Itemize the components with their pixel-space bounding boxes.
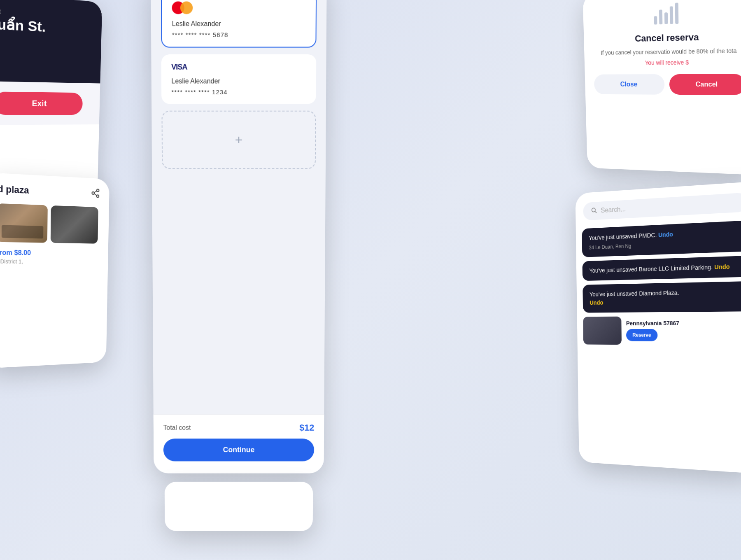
notification-item-1: You've just unsaved PMDC. Undo 34 Le Dua… xyxy=(582,220,741,257)
bar-4 xyxy=(670,6,673,24)
visa-item[interactable]: VISA Leslie Alexander **** **** **** 123… xyxy=(161,54,317,104)
mastercard-holder: Leslie Alexander xyxy=(172,20,306,28)
bar-1 xyxy=(654,16,657,25)
total-area: Total cost $12 Continue xyxy=(154,414,324,473)
cancel-body: If you cancel your reservatio would be 8… xyxy=(584,47,741,56)
notifications-card: Search... You've just unsaved PMDC. Undo… xyxy=(576,181,741,474)
notification-item-2: You've just unsaved Barone LLC Limited P… xyxy=(582,256,741,281)
you-will-receive-text: You will receive $ xyxy=(585,58,741,67)
cancel-icon-area xyxy=(583,0,741,30)
plaza-image-1 xyxy=(0,203,48,243)
payment-methods-list: Leslie Alexander **** **** **** 5678 VIS… xyxy=(151,0,326,414)
close-button[interactable]: Close xyxy=(594,74,665,95)
plaza-title: d plaza xyxy=(0,184,29,196)
visa-number: **** **** **** 1234 xyxy=(171,89,306,96)
plaza-price: from $8.00 xyxy=(0,249,99,257)
plaza-image-2 xyxy=(51,205,98,244)
parking-name: Pennsylvania 57867 xyxy=(626,320,741,327)
svg-line-4 xyxy=(94,191,97,193)
parking-thumbnail: Pennsylvania 57867 Reserve xyxy=(583,316,741,346)
reserve-button[interactable]: Reserve xyxy=(626,329,657,341)
total-price: $12 xyxy=(299,422,314,433)
bottom-stub-card xyxy=(165,482,313,531)
plaza-images xyxy=(0,203,100,244)
mastercard-number: **** **** **** 5678 xyxy=(172,31,306,38)
cancel-actions: Close Cancel xyxy=(585,74,741,108)
navigation-header: n left Duẩn St. xyxy=(0,0,102,83)
mastercard-item[interactable]: Leslie Alexander **** **** **** 5678 xyxy=(161,0,317,48)
parking-thumb-image xyxy=(583,317,622,345)
add-card-plus-icon: + xyxy=(235,132,243,147)
add-card-button[interactable]: + xyxy=(161,111,316,169)
mc-orange-circle xyxy=(180,1,193,14)
parking-thumb-info: Pennsylvania 57867 Reserve xyxy=(626,320,741,342)
cancel-reservation-card: Cancel reserva If you cancel your reserv… xyxy=(583,0,741,175)
svg-line-6 xyxy=(595,211,596,213)
notification-item-3: You've just unsaved Diamond Plaza. Undo xyxy=(583,281,741,313)
notification-text-3: You've just unsaved Diamond Plaza. xyxy=(590,289,679,298)
plaza-header: d plaza xyxy=(0,184,100,201)
undo-link-3[interactable]: Undo xyxy=(590,299,603,306)
notification-text-2: You've just unsaved Barone LLC Limited P… xyxy=(589,264,714,274)
search-icon xyxy=(591,207,597,215)
plaza-card: d plaza from $8.00 , District 1, xyxy=(0,173,110,369)
visa-logo: VISA xyxy=(171,63,306,71)
total-row: Total cost $12 xyxy=(163,422,315,433)
cancel-title: Cancel reserva xyxy=(584,30,741,45)
mastercard-logo xyxy=(172,1,305,14)
share-icon[interactable] xyxy=(91,188,100,201)
bar-3 xyxy=(664,12,668,24)
total-label: Total cost xyxy=(163,424,191,431)
continue-button[interactable]: Continue xyxy=(163,439,315,461)
confirm-cancel-button[interactable]: Cancel xyxy=(669,74,741,95)
exit-button[interactable]: Exit xyxy=(0,91,83,115)
search-bar[interactable]: Search... xyxy=(583,192,741,220)
bar-5 xyxy=(675,3,679,24)
plaza-address: , District 1, xyxy=(0,258,99,265)
payment-card: Leslie Alexander **** **** **** 5678 VIS… xyxy=(151,0,326,473)
notification-text-1: You've just unsaved PMDC. xyxy=(589,231,658,241)
svg-line-3 xyxy=(94,194,97,196)
search-placeholder: Search... xyxy=(601,205,626,215)
bar-2 xyxy=(659,9,662,24)
exit-area: Exit xyxy=(0,81,100,125)
visa-holder: Leslie Alexander xyxy=(171,77,306,85)
cancel-icon xyxy=(650,2,683,29)
undo-link-2[interactable]: Undo xyxy=(714,263,729,271)
undo-link-1[interactable]: Undo xyxy=(658,231,673,238)
